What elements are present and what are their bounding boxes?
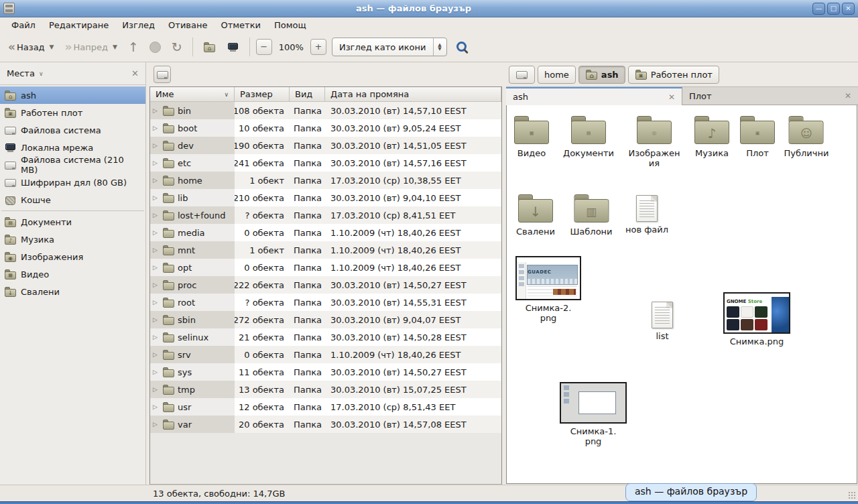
sidebar-close-icon[interactable]: ✕ — [131, 68, 139, 78]
expander-icon[interactable]: ▷ — [153, 421, 160, 428]
file-snimka1[interactable]: Снимка-1.png — [560, 382, 627, 446]
menu-item[interactable]: Редактиране — [43, 19, 115, 32]
minimize-button[interactable]: — — [812, 3, 825, 15]
tab-close-icon[interactable]: ✕ — [845, 91, 851, 101]
expander-icon[interactable]: ▷ — [153, 316, 160, 323]
expander-icon[interactable]: ▷ — [153, 229, 160, 236]
table-row[interactable]: ▷ srv 0 обекта Папка 1.10.2009 (чт) 18,4… — [150, 346, 501, 363]
table-row[interactable]: ▷ dev 190 обекта Папка 30.03.2010 (вт) 1… — [150, 137, 501, 154]
table-row[interactable]: ▷ sbin 272 обекта Папка 30.03.2010 (вт) … — [150, 311, 501, 328]
table-row[interactable]: ▷ var 20 обекта Папка 30.03.2010 (вт) 14… — [150, 416, 501, 433]
root-location-button[interactable] — [154, 66, 171, 83]
menu-item[interactable]: Файл — [5, 19, 42, 32]
table-row[interactable]: ▷ bin 108 обекта Папка 30.03.2010 (вт) 1… — [150, 102, 501, 119]
expander-icon[interactable]: ▷ — [153, 212, 160, 218]
forward-button[interactable]: » Напред ▼ — [61, 37, 121, 57]
maximize-button[interactable]: □ — [827, 3, 840, 15]
sidebar-title-dropdown[interactable]: Места ∨ — [7, 68, 44, 78]
file-list-doc[interactable]: list — [652, 302, 673, 341]
expander-icon[interactable]: ▷ — [153, 369, 160, 375]
column-header-date[interactable]: Дата на промяна — [325, 87, 501, 101]
sidebar-item[interactable]: Локална мрежа — [0, 139, 145, 156]
back-dropdown-icon[interactable]: ▼ — [50, 44, 54, 50]
column-header-name[interactable]: Име ∨ — [150, 87, 235, 101]
column-header-type[interactable]: Вид — [290, 87, 325, 101]
table-row[interactable]: ▷ media 0 обекта Папка 1.10.2009 (чт) 18… — [150, 224, 501, 241]
icon-view[interactable]: Видео Документи Изображения Музика Плот — [506, 105, 857, 484]
sidebar-item[interactable]: Кошче — [0, 191, 145, 208]
table-row[interactable]: ▷ proc 222 обекта Папка 30.03.2010 (вт) … — [150, 276, 501, 294]
table-row[interactable]: ▷ lib 210 обекта Папка 30.03.2010 (вт) 9… — [150, 189, 501, 206]
menu-item[interactable]: Отметки — [214, 19, 266, 32]
zoom-in-button[interactable]: + — [310, 39, 326, 55]
table-row[interactable]: ▷ usr 12 обекта Папка 17.03.2010 (ср) 8,… — [150, 398, 501, 416]
table-row[interactable]: ▷ opt 0 обекта Папка 1.10.2009 (чт) 18,4… — [150, 259, 501, 276]
file-snimka2[interactable]: GUADEC Снимка-2.png — [515, 256, 581, 323]
expander-icon[interactable]: ▷ — [153, 264, 160, 271]
titlebar[interactable]: ash — файлов браузър — □ ✕ — [0, 0, 858, 17]
expander-icon[interactable]: ▷ — [153, 386, 160, 393]
menu-item[interactable]: Отиване — [162, 19, 213, 32]
expander-icon[interactable]: ▷ — [153, 125, 160, 131]
expander-icon[interactable]: ▷ — [153, 281, 160, 288]
sidebar-item[interactable]: Файлова система (210 MB) — [0, 156, 145, 174]
close-button[interactable]: ✕ — [842, 3, 855, 15]
reload-button[interactable]: ↻ — [168, 36, 186, 58]
table-row[interactable]: ▷ boot 10 обекта Папка 30.03.2010 (вт) 9… — [150, 119, 501, 137]
sidebar-bookmark[interactable]: Видео — [0, 265, 145, 283]
sidebar-bookmark[interactable]: Документи — [0, 213, 145, 231]
table-row[interactable]: ▷ lost+found ? обекта Папка 17.03.2010 (… — [150, 206, 501, 224]
path-button-ash[interactable]: ash — [578, 66, 625, 84]
computer-button[interactable] — [223, 38, 243, 56]
sidebar-item[interactable]: Работен плот — [0, 104, 145, 121]
up-button[interactable]: ↑ — [124, 36, 143, 58]
table-row[interactable]: ▷ home 1 обект Папка 17.03.2010 (ср) 10,… — [150, 172, 501, 189]
sidebar-bookmark[interactable]: Свалени — [0, 283, 145, 300]
expander-icon[interactable]: ▷ — [153, 247, 160, 253]
tab-plot[interactable]: Плот ✕ — [682, 87, 858, 105]
path-button-root[interactable] — [509, 66, 535, 84]
expander-icon[interactable]: ▷ — [153, 334, 160, 340]
sidebar-bookmark[interactable]: Изображения — [0, 248, 145, 265]
sidebar-item[interactable]: Файлова система — [0, 121, 145, 139]
column-header-size[interactable]: Размер — [235, 87, 290, 101]
sidebar-item[interactable]: ash — [0, 86, 145, 104]
folder-desktop[interactable]: Плот — [739, 116, 776, 158]
expander-icon[interactable]: ▷ — [153, 107, 160, 114]
home-button[interactable] — [199, 38, 220, 56]
folder-templates[interactable]: Шаблони — [570, 194, 612, 237]
zoom-out-button[interactable]: − — [256, 39, 272, 55]
folder-music[interactable]: Музика — [693, 116, 731, 158]
expander-icon[interactable]: ▷ — [153, 351, 160, 358]
sidebar-item[interactable]: Шифриран дял (80 GB) — [0, 174, 145, 191]
folder-documents[interactable]: Документи — [563, 116, 614, 158]
file-newfile[interactable]: нов файл — [625, 195, 668, 235]
folder-downloads[interactable]: Свалени — [516, 194, 555, 237]
menu-item[interactable]: Изглед — [116, 19, 161, 32]
folder-public[interactable]: Публични — [784, 116, 829, 158]
expander-icon[interactable]: ▷ — [153, 142, 160, 149]
table-row[interactable]: ▷ selinux 21 обекта Папка 30.03.2010 (вт… — [150, 328, 501, 346]
expander-icon[interactable]: ▷ — [153, 403, 160, 410]
folder-video[interactable]: Видео — [513, 116, 550, 158]
table-row[interactable]: ▷ etc 241 обекта Папка 30.03.2010 (вт) 1… — [150, 154, 501, 172]
expander-icon[interactable]: ▷ — [153, 299, 160, 306]
menu-item[interactable]: Помощ — [268, 19, 312, 32]
table-row[interactable]: ▷ root ? обекта Папка 30.03.2010 (вт) 14… — [150, 294, 501, 311]
stop-button[interactable] — [145, 38, 165, 56]
expander-icon[interactable]: ▷ — [153, 160, 160, 166]
table-row[interactable]: ▷ sys 11 обекта Папка 30.03.2010 (вт) 14… — [150, 363, 501, 381]
path-button-home[interactable]: home — [538, 66, 576, 84]
forward-dropdown-icon[interactable]: ▼ — [113, 44, 117, 50]
search-icon[interactable] — [456, 42, 467, 52]
tab-ash[interactable]: ash ✕ — [506, 87, 682, 105]
back-button[interactable]: « Назад ▼ — [4, 37, 58, 57]
expander-icon[interactable]: ▷ — [153, 194, 160, 201]
file-snimka[interactable]: GNOME Store Снимка.png — [723, 292, 790, 346]
table-row[interactable]: ▷ mnt 1 обект Папка 1.10.2009 (чт) 18,40… — [150, 241, 501, 259]
resize-grip[interactable] — [848, 491, 856, 499]
tab-close-icon[interactable]: ✕ — [668, 92, 675, 102]
view-mode-select[interactable]: Изглед като икони ▲▼ — [332, 38, 447, 56]
folder-images[interactable]: Изображения — [627, 116, 681, 168]
expander-icon[interactable]: ▷ — [153, 177, 160, 184]
